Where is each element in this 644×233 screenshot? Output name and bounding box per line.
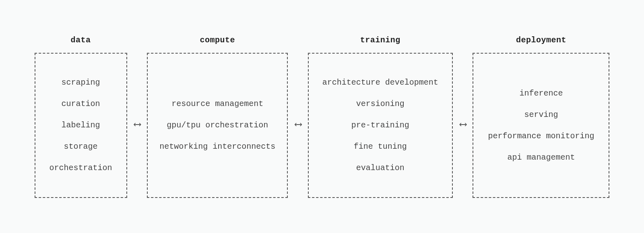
item: architecture development — [322, 78, 438, 87]
box-data: scraping curation labeling storage orche… — [35, 53, 127, 198]
bidirectional-arrow-icon: ⟷ — [460, 118, 466, 131]
column-deployment: deployment inference serving performance… — [473, 35, 609, 198]
column-compute: compute resource management gpu/tpu orch… — [147, 35, 288, 198]
item: pre-training — [351, 121, 409, 130]
bidirectional-arrow-icon: ⟷ — [295, 118, 301, 131]
box-training: architecture development versioning pre-… — [308, 53, 453, 198]
column-data: data scraping curation labeling storage … — [35, 35, 127, 198]
item: fine tuning — [354, 142, 407, 151]
column-title-compute: compute — [200, 35, 235, 45]
bidirectional-arrow-icon: ⟷ — [134, 118, 140, 131]
item: orchestration — [50, 163, 112, 173]
item: evaluation — [356, 163, 405, 173]
item: gpu/tpu orchestration — [167, 121, 268, 130]
pipeline-diagram: data scraping curation labeling storage … — [0, 35, 644, 198]
item: resource management — [171, 99, 263, 108]
item: curation — [62, 99, 100, 108]
column-title-training: training — [360, 35, 400, 45]
item: api management — [507, 153, 575, 162]
column-training: training architecture development versio… — [308, 35, 453, 198]
item: versioning — [356, 99, 405, 108]
item: scraping — [62, 78, 100, 87]
item: storage — [64, 142, 98, 151]
item: serving — [524, 110, 558, 119]
box-deployment: inference serving performance monitoring… — [473, 53, 609, 198]
column-title-data: data — [71, 35, 91, 45]
item: performance monitoring — [488, 131, 594, 141]
item: inference — [519, 89, 563, 98]
column-title-deployment: deployment — [516, 35, 566, 45]
box-compute: resource management gpu/tpu orchestratio… — [147, 53, 288, 198]
item: networking interconnects — [159, 142, 275, 151]
item: labeling — [62, 121, 100, 130]
